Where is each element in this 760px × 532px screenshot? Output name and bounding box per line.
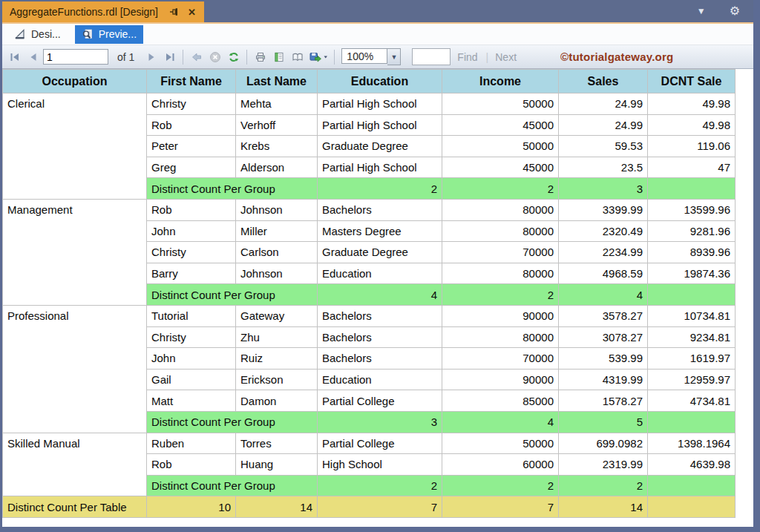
- data-cell: Ruiz: [236, 348, 318, 370]
- data-cell: 45000: [442, 114, 559, 136]
- data-cell: Education: [318, 369, 442, 390]
- last-page-button[interactable]: [161, 48, 178, 65]
- report-preview-area: OccupationFirst NameLast NameEducationIn…: [2, 69, 753, 527]
- zoom-value[interactable]: 100%: [341, 48, 387, 64]
- data-cell: 59.53: [559, 136, 648, 157]
- refresh-button[interactable]: [225, 48, 242, 65]
- table-total-cell: 14: [559, 496, 648, 518]
- data-cell: 24.99: [559, 93, 648, 115]
- group-total-cell: 4: [318, 284, 442, 306]
- data-cell: Barry: [147, 263, 236, 284]
- data-cell: 47: [648, 157, 736, 178]
- data-cell: 45000: [442, 157, 559, 178]
- table-row: Skilled ManualRubenTorresPartial College…: [3, 433, 736, 454]
- data-cell: Carlson: [236, 242, 318, 263]
- group-total-cell: 3: [318, 411, 442, 433]
- data-cell: 3399.99: [559, 199, 648, 220]
- page-count-label: of 1: [117, 51, 134, 63]
- data-cell: 2234.99: [559, 242, 648, 263]
- tab-preview[interactable]: Previe...: [75, 25, 143, 44]
- table-total-cell: 7: [442, 496, 559, 518]
- data-cell: Huang: [236, 454, 318, 476]
- print-button[interactable]: [252, 48, 269, 65]
- toolbar-separator: [246, 50, 247, 65]
- group-total-cell: 2: [318, 475, 442, 496]
- close-icon[interactable]: ✕: [188, 7, 196, 18]
- find-next-separator: |: [486, 51, 489, 63]
- occupation-cell: Skilled Manual: [3, 433, 147, 496]
- data-cell: Partial High School: [318, 93, 442, 115]
- chevron-down-icon[interactable]: ▼: [697, 0, 706, 22]
- occupation-cell: Clerical: [3, 93, 147, 200]
- data-cell: Peter: [147, 136, 236, 157]
- data-cell: 9234.81: [648, 326, 736, 348]
- data-cell: 24.99: [559, 114, 648, 136]
- document-tab[interactable]: AggregateFunctions.rdl [Design] ✕: [2, 1, 204, 22]
- back-button[interactable]: [188, 48, 205, 65]
- stop-button[interactable]: [206, 48, 223, 65]
- tab-design[interactable]: Desi...: [7, 25, 68, 44]
- table-total-cell: 7: [318, 496, 442, 518]
- pin-icon[interactable]: [168, 6, 180, 18]
- data-cell: Zhu: [236, 326, 318, 348]
- group-total-cell: 2: [442, 284, 559, 306]
- data-cell: Verhoff: [236, 114, 318, 136]
- zoom-combo[interactable]: 100% ▼: [341, 48, 401, 65]
- data-cell: 4968.59: [559, 263, 648, 284]
- column-header: DCNT Sale: [648, 70, 736, 93]
- gear-icon[interactable]: ⚙: [730, 0, 740, 22]
- data-cell: Greg: [147, 157, 236, 178]
- data-cell: 19874.36: [648, 263, 736, 284]
- data-cell: Christy: [147, 242, 236, 263]
- previous-page-button[interactable]: [24, 48, 42, 65]
- data-cell: 49.98: [648, 114, 736, 136]
- data-cell: Rob: [147, 114, 236, 136]
- report-table-body: ClericalChristyMehtaPartial High School5…: [3, 93, 736, 518]
- find-input[interactable]: [412, 48, 451, 65]
- data-cell: Gail: [147, 369, 236, 390]
- data-cell: High School: [318, 454, 442, 476]
- window-controls: ▼ ⚙: [697, 0, 753, 22]
- print-layout-button[interactable]: [289, 48, 306, 65]
- data-cell: Alderson: [236, 157, 318, 178]
- data-cell: 4639.98: [648, 454, 736, 476]
- data-cell: 80000: [442, 220, 559, 242]
- data-cell: 699.0982: [559, 433, 648, 454]
- first-page-button[interactable]: [6, 48, 23, 65]
- data-cell: Krebs: [236, 136, 318, 157]
- group-total-cell: 2: [442, 475, 559, 496]
- watermark-text: ©tutorialgateway.org: [560, 50, 673, 63]
- group-total-label: Distinct Count Per Group: [147, 284, 318, 306]
- table-total-label: Distinct Count Per Table: [3, 496, 147, 518]
- data-cell: 85000: [442, 390, 559, 412]
- find-button[interactable]: Find: [457, 51, 477, 63]
- column-header: Occupation: [3, 70, 147, 93]
- table-row: ClericalChristyMehtaPartial High School5…: [3, 93, 736, 115]
- table-total-row: Distinct Count Per Table10147714: [3, 496, 736, 518]
- page-number-input[interactable]: [43, 49, 108, 65]
- data-cell: 4734.81: [648, 390, 736, 412]
- next-page-button[interactable]: [142, 48, 160, 65]
- group-total-cell: 4: [559, 284, 648, 306]
- group-total-label: Distinct Count Per Group: [147, 178, 318, 200]
- table-row: ProfessionalTutorialGatewayBachelors9000…: [3, 305, 736, 326]
- zoom-dropdown-icon[interactable]: ▼: [387, 48, 401, 65]
- data-cell: 90000: [442, 305, 559, 326]
- data-cell: 10734.81: [648, 305, 736, 326]
- data-cell: Torres: [236, 433, 318, 454]
- group-total-cell: [648, 411, 736, 433]
- data-cell: Damon: [236, 390, 318, 412]
- tab-design-label: Desi...: [31, 28, 61, 40]
- tab-preview-label: Previe...: [99, 28, 137, 40]
- data-cell: 80000: [442, 263, 559, 284]
- group-total-cell: [648, 284, 736, 306]
- export-button[interactable]: [307, 48, 330, 65]
- data-cell: Matt: [147, 390, 236, 412]
- column-header: Sales: [559, 70, 648, 93]
- data-cell: 8939.96: [648, 242, 736, 263]
- page-setup-button[interactable]: [270, 48, 287, 65]
- report-table: OccupationFirst NameLast NameEducationIn…: [2, 69, 736, 518]
- find-next-button[interactable]: Next: [495, 51, 517, 63]
- data-cell: Christy: [147, 326, 236, 348]
- table-row: ManagementRobJohnsonBachelors800003399.9…: [3, 199, 736, 220]
